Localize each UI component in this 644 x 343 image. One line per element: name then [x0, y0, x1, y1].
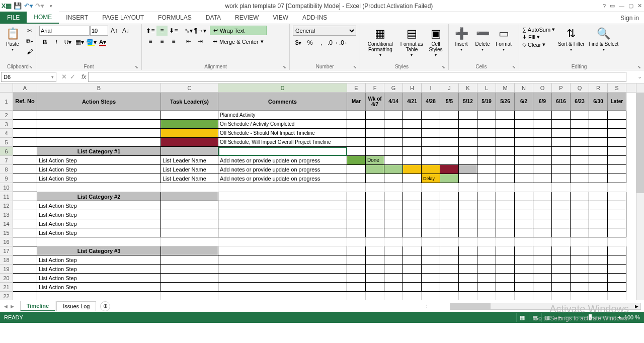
ribbon-options-icon[interactable]: ▭: [610, 3, 615, 9]
cell[interactable]: Ref. No: [13, 93, 37, 111]
cell[interactable]: [496, 192, 515, 201]
cell[interactable]: [218, 246, 347, 255]
cell[interactable]: [161, 237, 218, 246]
cell[interactable]: [477, 219, 496, 228]
cell[interactable]: [403, 228, 422, 237]
cell[interactable]: [589, 228, 608, 237]
name-box[interactable]: D6▾: [1, 72, 56, 82]
vertical-scrollbar[interactable]: [636, 83, 644, 300]
cell[interactable]: [589, 246, 608, 255]
sign-in-link[interactable]: Sign in: [615, 13, 644, 24]
cell[interactable]: [403, 219, 422, 228]
cell[interactable]: [552, 274, 571, 283]
col-header-L[interactable]: L: [477, 83, 496, 92]
cell[interactable]: [403, 274, 422, 283]
cell[interactable]: [515, 156, 533, 165]
cell[interactable]: [403, 265, 422, 274]
cell[interactable]: [37, 138, 161, 147]
cell[interactable]: [422, 129, 440, 138]
cell[interactable]: [459, 292, 477, 300]
font-size-select[interactable]: [90, 26, 108, 36]
cell[interactable]: [13, 156, 37, 165]
cell[interactable]: On Schedule / Activity Completed: [218, 120, 347, 129]
cell[interactable]: [589, 111, 608, 120]
cell[interactable]: [533, 265, 552, 274]
cell[interactable]: [440, 129, 459, 138]
insert-cells-button[interactable]: ➕Insert▾: [452, 26, 471, 53]
cell[interactable]: [571, 237, 589, 246]
row-header-21[interactable]: 21: [0, 283, 13, 292]
cell[interactable]: [515, 237, 533, 246]
cell[interactable]: [515, 120, 533, 129]
cut-icon[interactable]: ✂: [24, 26, 35, 36]
cell[interactable]: [515, 165, 533, 174]
cell[interactable]: [552, 201, 571, 210]
cell[interactable]: [515, 192, 533, 201]
cell[interactable]: [384, 292, 403, 300]
cell[interactable]: [533, 219, 552, 228]
cell[interactable]: [477, 274, 496, 283]
cell[interactable]: [552, 192, 571, 201]
cell[interactable]: List Leader Name: [161, 165, 218, 174]
row-header-10[interactable]: 10: [0, 183, 13, 192]
cell[interactable]: Off Schedule, Will Impact Overall Projec…: [218, 138, 347, 147]
cell[interactable]: [13, 283, 37, 292]
cell[interactable]: [477, 111, 496, 120]
row-header-1[interactable]: 1: [0, 93, 13, 111]
cell[interactable]: [161, 292, 218, 300]
cell[interactable]: [347, 292, 366, 300]
col-header-D[interactable]: D: [218, 83, 347, 92]
cell[interactable]: [161, 201, 218, 210]
fill-button[interactable]: ⬇Fill ▾: [522, 33, 555, 41]
cells-area[interactable]: Ref. NoAction StepsTask Leader(s)Comment…: [13, 93, 644, 300]
cell[interactable]: [496, 255, 515, 265]
cell[interactable]: [422, 183, 440, 192]
ltr-icon[interactable]: ¶→▾: [195, 26, 206, 36]
cell[interactable]: [161, 219, 218, 228]
zoom-out-icon[interactable]: −: [558, 314, 561, 320]
cell[interactable]: [13, 228, 37, 237]
cell[interactable]: [422, 111, 440, 120]
row-header-15[interactable]: 15: [0, 228, 13, 237]
cell[interactable]: [459, 237, 477, 246]
cell[interactable]: Add notes or provide update on progress: [218, 165, 347, 174]
cell[interactable]: [589, 183, 608, 192]
format-cells-button[interactable]: ▭Format▾: [494, 26, 513, 53]
sheet-tab-issues[interactable]: Issues Log: [56, 301, 96, 311]
italic-button[interactable]: I: [51, 37, 62, 47]
cell[interactable]: [37, 111, 161, 120]
cell[interactable]: [422, 147, 440, 156]
cell[interactable]: [552, 292, 571, 300]
cell[interactable]: [477, 237, 496, 246]
help-icon[interactable]: ?: [603, 3, 606, 9]
cell[interactable]: [366, 292, 384, 300]
cell[interactable]: Add notes or provide update on progress: [218, 156, 347, 165]
redo-icon[interactable]: ↷▾: [35, 2, 44, 11]
col-header-A[interactable]: A: [13, 83, 37, 92]
cell[interactable]: [459, 174, 477, 183]
cell[interactable]: [347, 138, 366, 147]
cell[interactable]: [496, 228, 515, 237]
underline-button[interactable]: U▾: [62, 37, 73, 47]
col-header-M[interactable]: M: [496, 83, 515, 92]
cell[interactable]: [422, 228, 440, 237]
cell[interactable]: List Action Step: [37, 210, 161, 219]
cell[interactable]: [571, 156, 589, 165]
cell[interactable]: [440, 111, 459, 120]
row-header-2[interactable]: 2: [0, 111, 13, 120]
tab-review[interactable]: REVIEW: [228, 12, 266, 24]
cell[interactable]: [440, 147, 459, 156]
cell[interactable]: [515, 201, 533, 210]
cell[interactable]: [459, 111, 477, 120]
cell[interactable]: [459, 165, 477, 174]
cell[interactable]: [496, 237, 515, 246]
cell[interactable]: [347, 147, 366, 156]
cell[interactable]: [589, 138, 608, 147]
clear-button[interactable]: ◇Clear ▾: [522, 41, 555, 48]
cell[interactable]: [571, 265, 589, 274]
autosum-button[interactable]: ∑AutoSum ▾: [522, 26, 555, 33]
cell[interactable]: [608, 201, 626, 210]
cell[interactable]: [366, 165, 384, 174]
tab-home[interactable]: HOME: [27, 12, 59, 24]
cell-styles-button[interactable]: ▣Cell Styles▾: [426, 26, 445, 58]
